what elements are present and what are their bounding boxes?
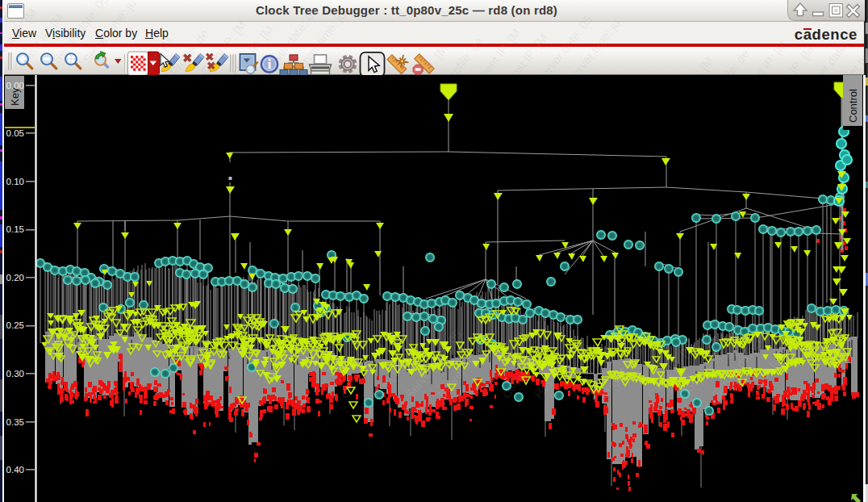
svg-text:Control: Control <box>847 89 859 123</box>
svg-text:0.10: 0.10 <box>6 177 24 186</box>
svg-text:0.00: 0.00 <box>6 81 24 90</box>
svg-text:0.05: 0.05 <box>6 128 24 138</box>
svg-text:0.30: 0.30 <box>6 369 24 379</box>
svg-text:0.35: 0.35 <box>6 417 24 427</box>
svg-text:0.15: 0.15 <box>6 224 24 234</box>
svg-text:0.40: 0.40 <box>6 465 24 475</box>
svg-text:0.25: 0.25 <box>6 320 24 330</box>
svg-text:0.20: 0.20 <box>6 273 24 282</box>
